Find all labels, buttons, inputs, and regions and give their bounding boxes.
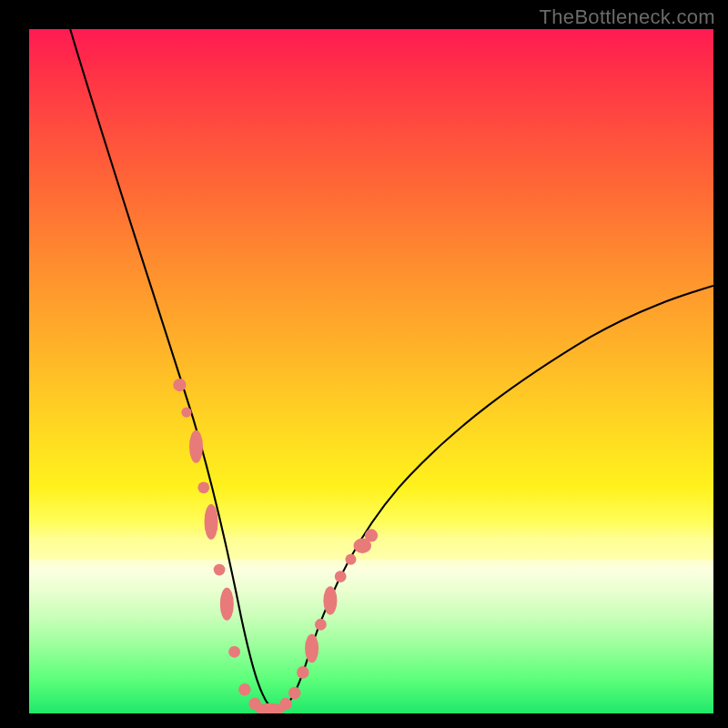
- svg-point-1: [181, 407, 191, 417]
- chart-plot-area: [29, 29, 713, 713]
- marker-group: [173, 379, 378, 713]
- bottleneck-curve: [70, 29, 713, 711]
- svg-point-17: [335, 571, 347, 582]
- svg-point-15: [315, 619, 327, 631]
- svg-point-8: [238, 683, 251, 696]
- svg-point-12: [288, 687, 301, 700]
- svg-point-0: [173, 379, 186, 391]
- svg-point-5: [214, 564, 226, 576]
- svg-point-13: [297, 666, 309, 679]
- svg-point-3: [197, 481, 209, 493]
- svg-point-2: [189, 430, 203, 463]
- svg-point-20: [365, 529, 378, 541]
- chart-frame: TheBottleneck.com: [0, 0, 728, 728]
- svg-point-6: [220, 588, 234, 621]
- svg-point-18: [345, 554, 356, 565]
- svg-point-7: [228, 646, 240, 658]
- svg-point-4: [205, 504, 218, 540]
- svg-point-14: [305, 634, 318, 663]
- svg-point-16: [323, 586, 337, 615]
- svg-point-11: [279, 698, 292, 711]
- watermark-text: TheBottleneck.com: [540, 5, 715, 29]
- curve-layer: [29, 29, 713, 713]
